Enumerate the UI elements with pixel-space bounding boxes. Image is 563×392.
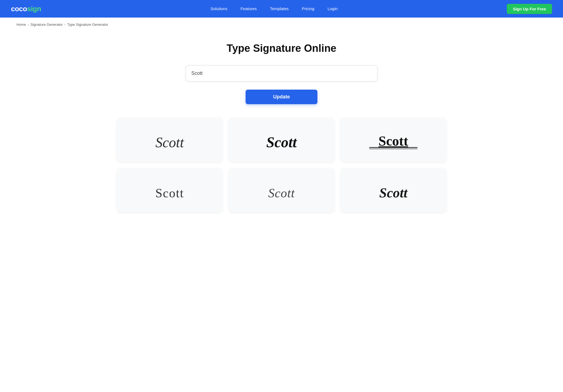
svg-text:Scott: Scott <box>155 135 184 150</box>
nav-item-login[interactable]: Login <box>328 6 338 11</box>
signature-card-5[interactable]: Scott <box>229 168 334 212</box>
logo-coco: coco <box>11 5 27 13</box>
sig-svg-3: Scott <box>355 126 432 154</box>
sig-svg-6: Scott <box>355 177 432 204</box>
sig-svg-2: Scott <box>243 126 320 154</box>
signature-card-4[interactable]: Scott <box>117 168 222 212</box>
breadcrumb-sep-1: › <box>28 22 29 27</box>
breadcrumb: Home › Signature Generator › Type Signat… <box>0 18 563 32</box>
signature-grid: Scott Scott Scott Scott Scott <box>117 118 446 212</box>
logo-sign: sign <box>27 5 41 13</box>
signature-card-3[interactable]: Scott <box>341 118 446 162</box>
nav-item-templates[interactable]: Templates <box>270 6 289 11</box>
svg-text:Scott: Scott <box>379 133 408 149</box>
update-button[interactable]: Update <box>246 90 317 104</box>
sig-svg-1: Scott <box>131 126 208 154</box>
breadcrumb-sig-gen[interactable]: Signature Generator <box>30 22 63 27</box>
signature-card-6[interactable]: Scott <box>341 168 446 212</box>
navbar: cocosign Solutions Features Templates Pr… <box>0 0 563 18</box>
sig-svg-4: Scott <box>131 177 208 204</box>
logo[interactable]: cocosign <box>11 5 41 13</box>
input-wrapper <box>186 65 377 81</box>
breadcrumb-sep-2: › <box>64 22 66 27</box>
signature-card-2[interactable]: Scott <box>229 118 334 162</box>
sig-svg-5: Scott <box>243 177 320 204</box>
breadcrumb-current: Type Signature Generator <box>67 22 108 27</box>
svg-text:Scott: Scott <box>155 186 184 200</box>
nav-item-features[interactable]: Features <box>240 6 257 11</box>
breadcrumb-home[interactable]: Home <box>16 22 26 27</box>
svg-text:Scott: Scott <box>379 185 408 200</box>
nav-links: Solutions Features Templates Pricing Log… <box>211 6 338 11</box>
page-title: Type Signature Online <box>227 42 336 54</box>
nav-item-pricing[interactable]: Pricing <box>302 6 314 11</box>
main-content: Type Signature Online Update Scott Scott… <box>0 32 563 229</box>
nav-item-solutions[interactable]: Solutions <box>211 6 228 11</box>
svg-text:Scott: Scott <box>266 134 297 150</box>
signup-button[interactable]: Sign Up For Free <box>507 4 552 14</box>
signature-input[interactable] <box>186 65 377 81</box>
svg-text:Scott: Scott <box>268 186 295 200</box>
signature-card-1[interactable]: Scott <box>117 118 222 162</box>
